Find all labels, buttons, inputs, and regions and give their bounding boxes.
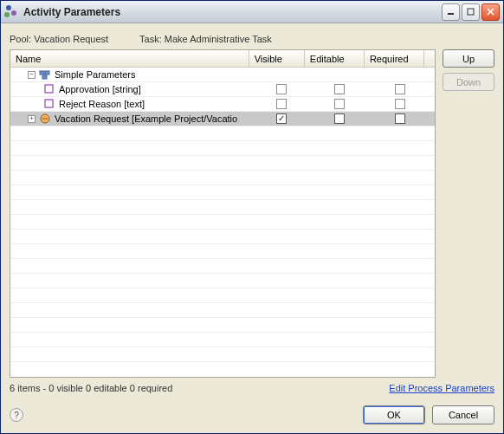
col-header-name[interactable]: Name: [10, 50, 249, 67]
empty-row: [10, 259, 435, 274]
empty-row: [10, 200, 435, 215]
expand-icon[interactable]: +: [28, 115, 36, 123]
empty-row: [10, 185, 435, 200]
empty-row: [10, 347, 435, 362]
col-header-fill: [424, 50, 435, 67]
empty-row: [10, 230, 435, 244]
param-label: Approvation [string]: [59, 84, 141, 94]
svg-rect-0: [448, 13, 454, 15]
parameters-table: Name Visible Editable Required − Simple …: [10, 49, 436, 378]
maximize-button[interactable]: [462, 3, 480, 21]
app-icon: [4, 5, 18, 19]
close-button[interactable]: [481, 3, 500, 21]
task-value: Make Administrative Task: [165, 34, 272, 44]
visible-checkbox[interactable]: [276, 84, 287, 94]
empty-row: [10, 303, 435, 318]
col-header-required[interactable]: Required: [365, 50, 424, 67]
group-label: Simple Parameters: [55, 69, 136, 80]
visible-checkbox[interactable]: [276, 99, 287, 109]
pool-value: Vacation Request: [34, 34, 108, 44]
editable-checkbox[interactable]: [334, 99, 345, 109]
edit-process-parameters-link[interactable]: Edit Process Parameters: [389, 383, 494, 393]
required-checkbox[interactable]: [395, 113, 405, 124]
titlebar: Activity Parameters: [1, 1, 503, 23]
empty-row: [10, 126, 435, 141]
svg-rect-6: [42, 75, 47, 79]
svg-rect-4: [40, 71, 44, 74]
svg-rect-5: [45, 71, 49, 74]
variable-icon: [39, 113, 51, 124]
empty-row: [10, 288, 435, 303]
empty-row: [10, 333, 435, 347]
down-button[interactable]: Down: [443, 73, 494, 91]
empty-row: [10, 141, 435, 156]
param-label: Reject Reason [text]: [59, 99, 145, 109]
table-row[interactable]: Approvation [string]: [10, 82, 435, 97]
svg-rect-7: [45, 85, 53, 93]
empty-row: [10, 156, 435, 171]
col-header-editable[interactable]: Editable: [305, 50, 365, 67]
required-checkbox[interactable]: [395, 99, 405, 109]
tree-variable-row[interactable]: + Vacation Request [Example Project/Vaca…: [10, 112, 435, 126]
pool-label: Pool:: [10, 34, 31, 44]
empty-row: [10, 274, 435, 288]
col-header-visible[interactable]: Visible: [249, 50, 305, 67]
group-icon: [39, 69, 51, 80]
cancel-button[interactable]: Cancel: [432, 405, 494, 424]
minimize-button[interactable]: [442, 3, 460, 21]
empty-row: [10, 171, 435, 185]
tree-group-row[interactable]: − Simple Parameters: [10, 68, 435, 82]
parameter-icon: [43, 84, 55, 94]
table-header: Name Visible Editable Required: [10, 50, 435, 68]
variable-label: Vacation Request [Example Project/Vacati…: [55, 113, 237, 124]
status-text: 6 items - 0 visible 0 editable 0 require…: [10, 383, 389, 393]
help-icon[interactable]: ?: [10, 408, 23, 422]
meta-row: Pool: Vacation Request Task: Make Admini…: [10, 34, 494, 44]
required-checkbox[interactable]: [395, 84, 405, 94]
collapse-icon[interactable]: −: [28, 71, 36, 79]
window-title: Activity Parameters: [23, 6, 120, 18]
empty-row: [10, 215, 435, 230]
up-button[interactable]: Up: [443, 49, 494, 68]
svg-rect-8: [45, 100, 53, 107]
svg-rect-1: [468, 9, 474, 15]
table-row[interactable]: Reject Reason [text]: [10, 97, 435, 112]
editable-checkbox[interactable]: [334, 113, 345, 124]
editable-checkbox[interactable]: [334, 84, 345, 94]
task-label: Task:: [139, 34, 162, 44]
empty-row: [10, 244, 435, 259]
ok-button[interactable]: OK: [363, 405, 425, 424]
parameter-icon: [43, 99, 55, 109]
empty-row: [10, 318, 435, 333]
visible-checkbox[interactable]: [276, 113, 287, 124]
